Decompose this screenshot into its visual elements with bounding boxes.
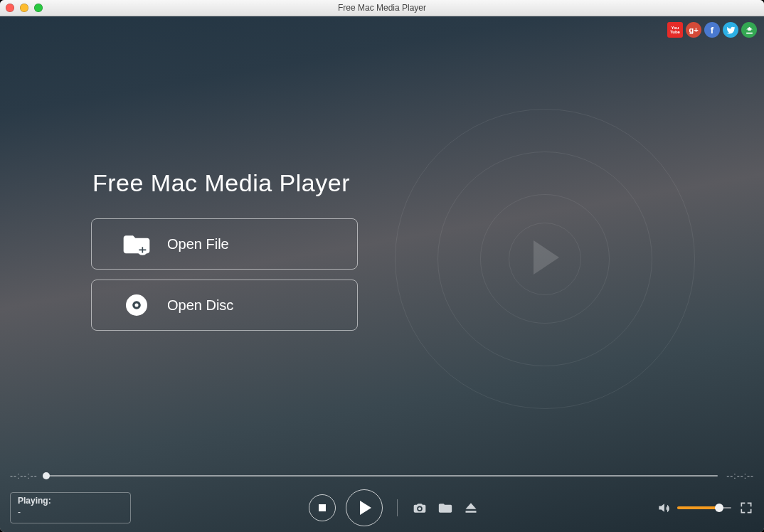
fullscreen-icon (739, 501, 753, 515)
open-disc-label: Open Disc (167, 297, 233, 314)
fullscreen-button[interactable] (738, 500, 754, 516)
separator (397, 499, 398, 516)
googleplus-icon[interactable]: g+ (686, 22, 701, 38)
eject-button[interactable] (463, 500, 479, 516)
volume-button[interactable] (656, 500, 672, 516)
control-row: Playing: - (10, 488, 754, 528)
window-title: Free Mac Media Player (0, 3, 764, 13)
now-playing-value: - (18, 507, 123, 517)
seek-slider[interactable] (46, 474, 718, 477)
time-elapsed: --:--:-- (10, 471, 38, 481)
open-file-label: Open File (167, 236, 229, 252)
play-button[interactable] (346, 489, 383, 526)
minimize-button[interactable] (20, 4, 28, 12)
disc-icon (122, 290, 152, 320)
right-controls (656, 500, 754, 516)
social-bar: YouTube g+ f (667, 22, 757, 38)
youtube-icon[interactable]: YouTube (667, 22, 683, 38)
speaker-icon (657, 501, 671, 515)
play-icon (360, 501, 371, 515)
volume-slider[interactable] (677, 506, 731, 509)
open-button[interactable] (437, 500, 453, 516)
open-file-button[interactable]: Open File (91, 218, 358, 270)
seek-row: --:--:-- --:--:-- (10, 471, 754, 481)
zoom-button[interactable] (34, 4, 43, 12)
svg-point-3 (135, 304, 139, 307)
stop-icon (319, 504, 326, 511)
folder-add-icon (122, 229, 152, 259)
volume-control (656, 500, 731, 516)
open-disc-button[interactable]: Open Disc (91, 280, 358, 331)
facebook-icon[interactable]: f (704, 22, 720, 38)
app-window: Free Mac Media Player YouTube g+ f Free … (0, 0, 764, 532)
eject-icon (464, 501, 478, 515)
camera-icon (413, 501, 427, 515)
twitter-icon[interactable] (723, 22, 738, 38)
snapshot-button[interactable] (412, 500, 428, 516)
now-playing-box: Playing: - (10, 492, 131, 523)
control-bar: --:--:-- --:--:-- Playing: - (0, 465, 764, 532)
close-button[interactable] (6, 4, 14, 12)
hero-title: Free Mac Media Player (92, 169, 350, 197)
folder-icon (438, 501, 452, 515)
time-total: --:--:-- (726, 471, 754, 481)
titlebar: Free Mac Media Player (0, 0, 764, 16)
upgrade-icon[interactable] (741, 22, 757, 38)
center-controls (131, 489, 656, 526)
decorative-play-icon (534, 240, 559, 275)
stop-button[interactable] (309, 494, 336, 521)
now-playing-label: Playing: (18, 496, 123, 506)
window-controls (6, 4, 43, 12)
player-body: YouTube g+ f Free Mac Media Player Open … (0, 16, 764, 532)
decorative-rings (395, 109, 694, 408)
